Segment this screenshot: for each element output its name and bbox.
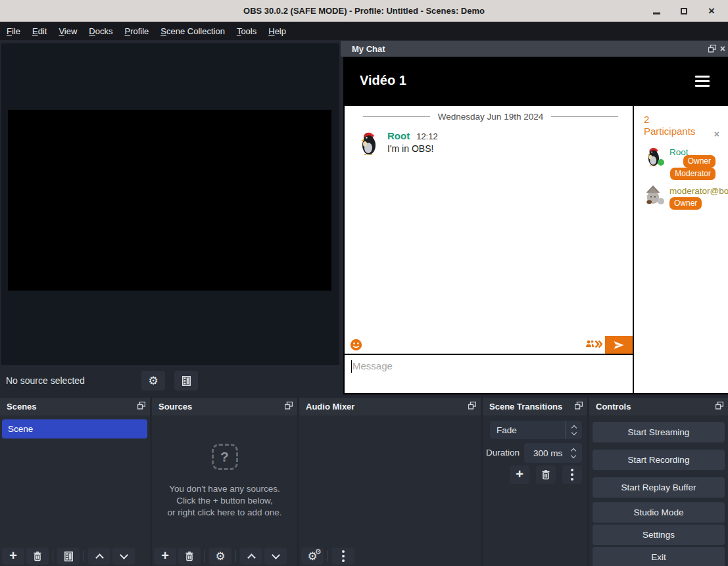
message-time: 12:12 <box>416 131 438 141</box>
float-dock-icon[interactable] <box>708 45 716 53</box>
settings-button[interactable]: Settings <box>593 525 725 545</box>
remove-transition-button[interactable] <box>536 465 556 484</box>
audio-mixer-dock-title: Audio Mixer <box>299 402 354 412</box>
empty-line: You don't have any sources. <box>152 483 297 495</box>
maximize-button[interactable] <box>678 5 690 17</box>
menu-file[interactable]: File <box>1 23 26 39</box>
float-dock-icon[interactable] <box>137 402 145 410</box>
start-recording-button[interactable]: Start Recording <box>593 450 725 470</box>
participant-name[interactable]: moderator@bo <box>669 186 728 196</box>
gear-icon: ⚙ <box>215 551 225 562</box>
preview-canvas[interactable] <box>8 110 331 291</box>
divider-line-right <box>551 116 618 117</box>
source-properties-button[interactable]: ⚙ <box>209 548 231 565</box>
spinbox-arrows[interactable] <box>565 443 582 463</box>
menu-tools[interactable]: Tools <box>231 23 262 39</box>
plus-icon: + <box>161 549 169 562</box>
chat-input-area <box>345 355 633 393</box>
participants-header: 2 Participants <box>644 114 695 137</box>
send-plane-icon <box>614 341 624 350</box>
chat-input-toolbar <box>345 336 633 355</box>
remove-scene-button[interactable] <box>26 548 49 565</box>
scene-transitions-dock: Scene Transitions Fade Duration 300 ms + <box>483 398 587 566</box>
close-dock-icon[interactable]: × <box>720 44 725 53</box>
participants-count: 2 <box>644 114 695 126</box>
plus-icon: + <box>516 467 523 481</box>
duration-spinbox[interactable]: 300 ms <box>524 443 582 463</box>
source-properties-button[interactable]: ⚙ <box>141 371 165 390</box>
chat-room-header: Vidéo 1 <box>343 57 728 106</box>
participants-toggle-icon[interactable] <box>585 340 602 348</box>
move-scene-down-button[interactable] <box>112 548 135 565</box>
transition-properties-button[interactable] <box>562 465 582 484</box>
online-dot <box>658 159 664 166</box>
exit-button[interactable]: Exit <box>593 547 725 566</box>
trash-icon <box>185 551 194 561</box>
emoji-icon[interactable] <box>350 339 362 351</box>
duration-value[interactable]: 300 ms <box>524 448 565 458</box>
menu-profile[interactable]: Profile <box>118 23 155 39</box>
minimize-icon <box>653 12 660 14</box>
send-button[interactable] <box>605 336 633 354</box>
scenes-dock-header[interactable]: Scenes <box>0 398 150 415</box>
chat-dock-titlebar[interactable]: My Chat × <box>341 41 728 57</box>
menu-edit[interactable]: Edit <box>26 23 53 39</box>
participants-close-icon[interactable]: × <box>714 130 719 139</box>
sources-dock-title: Sources <box>152 402 192 412</box>
remove-source-button[interactable] <box>178 548 201 565</box>
menu-scene-collection[interactable]: Scene Collection <box>155 23 231 39</box>
chat-dock-titlebar-icons: × <box>708 41 725 57</box>
more-dots-icon <box>342 550 345 562</box>
menu-docks[interactable]: Docks <box>83 23 118 39</box>
transition-selected-value: Fade <box>490 425 565 435</box>
move-source-down-button[interactable] <box>264 548 287 565</box>
scene-filters-button[interactable] <box>57 548 80 565</box>
date-divider-text: Wednesday Jun 19th 2024 <box>430 112 551 122</box>
controls-dock-header[interactable]: Controls <box>589 398 728 415</box>
scene-list-item[interactable]: Scene <box>2 419 147 438</box>
minimize-button[interactable] <box>650 5 662 17</box>
sources-empty-state[interactable]: ? You don't have any sources. Click the … <box>152 444 297 519</box>
avatar <box>358 130 379 155</box>
source-filters-button[interactable] <box>174 371 198 390</box>
transition-select[interactable]: Fade <box>490 421 582 439</box>
menu-help[interactable]: Help <box>262 23 292 39</box>
trash-icon <box>541 469 550 480</box>
menubar: File Edit View Docks Profile Scene Colle… <box>0 22 728 40</box>
add-source-button[interactable]: + <box>154 548 176 565</box>
menu-view[interactable]: View <box>53 23 83 39</box>
scenes-dock: Scenes Scene + <box>0 398 150 566</box>
scene-transitions-dock-header[interactable]: Scene Transitions <box>483 398 587 415</box>
start-replay-buffer-button[interactable]: Start Replay Buffer <box>593 477 725 498</box>
float-dock-icon[interactable] <box>468 402 476 410</box>
filters-icon <box>182 376 191 386</box>
mixer-more-button[interactable] <box>332 548 354 565</box>
start-streaming-button[interactable]: Start Streaming <box>593 422 725 442</box>
chevron-down-icon <box>571 452 576 458</box>
owner-badge: Owner <box>669 197 702 210</box>
advanced-audio-button[interactable]: ⚙⚙ <box>301 548 324 565</box>
chevron-down-icon <box>571 429 576 435</box>
message-input[interactable] <box>345 355 633 393</box>
float-dock-icon[interactable] <box>575 402 583 410</box>
float-dock-icon[interactable] <box>285 402 293 410</box>
message-meta: Root 12:12 <box>387 130 438 141</box>
obs-window: OBS 30.0.2 (SAFE MODE) - Profile: Untitl… <box>0 0 728 566</box>
move-source-up-button[interactable] <box>240 548 262 565</box>
sources-dock-header[interactable]: Sources <box>152 398 297 415</box>
close-button[interactable]: × <box>706 5 717 17</box>
add-scene-button[interactable]: + <box>2 548 24 565</box>
chat-dock-title: My Chat <box>341 44 385 54</box>
controls-dock: Controls Start Streaming Start Recording… <box>589 398 728 566</box>
sources-dock: Sources ? You don't have any sources. Cl… <box>152 398 297 566</box>
message-author[interactable]: Root <box>387 130 410 141</box>
preview-pane[interactable] <box>1 43 339 365</box>
audio-mixer-dock-header[interactable]: Audio Mixer <box>299 398 481 415</box>
studio-mode-button[interactable]: Studio Mode <box>593 502 725 523</box>
move-scene-up-button[interactable] <box>88 548 110 565</box>
add-transition-button[interactable]: + <box>510 465 529 484</box>
chat-room-title: Vidéo 1 <box>360 73 406 88</box>
combo-arrows[interactable] <box>565 421 582 439</box>
hamburger-menu-icon[interactable] <box>695 76 710 87</box>
float-dock-icon[interactable] <box>716 402 723 410</box>
